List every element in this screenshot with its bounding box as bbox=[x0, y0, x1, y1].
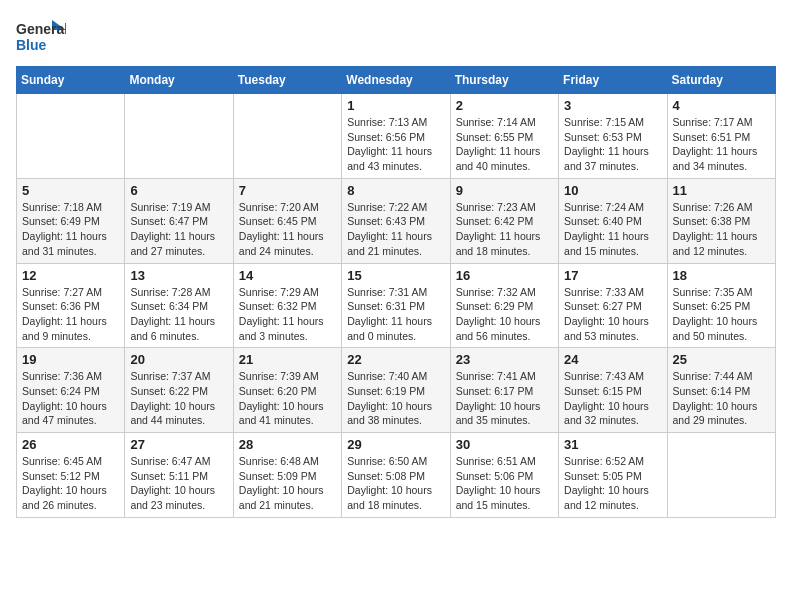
calendar-day-10: 10Sunrise: 7:24 AM Sunset: 6:40 PM Dayli… bbox=[559, 178, 667, 263]
calendar-day-4: 4Sunrise: 7:17 AM Sunset: 6:51 PM Daylig… bbox=[667, 94, 775, 179]
day-info: Sunrise: 7:14 AM Sunset: 6:55 PM Dayligh… bbox=[456, 115, 553, 174]
day-number: 11 bbox=[673, 183, 770, 198]
day-number: 26 bbox=[22, 437, 119, 452]
svg-text:General: General bbox=[16, 21, 66, 37]
day-number: 29 bbox=[347, 437, 444, 452]
day-info: Sunrise: 6:50 AM Sunset: 5:08 PM Dayligh… bbox=[347, 454, 444, 513]
weekday-header-monday: Monday bbox=[125, 67, 233, 94]
calendar-day-17: 17Sunrise: 7:33 AM Sunset: 6:27 PM Dayli… bbox=[559, 263, 667, 348]
day-info: Sunrise: 7:44 AM Sunset: 6:14 PM Dayligh… bbox=[673, 369, 770, 428]
page-header: GeneralBlue bbox=[16, 16, 776, 56]
calendar-day-26: 26Sunrise: 6:45 AM Sunset: 5:12 PM Dayli… bbox=[17, 433, 125, 518]
calendar-day-27: 27Sunrise: 6:47 AM Sunset: 5:11 PM Dayli… bbox=[125, 433, 233, 518]
calendar-table: SundayMondayTuesdayWednesdayThursdayFrid… bbox=[16, 66, 776, 518]
calendar-day-18: 18Sunrise: 7:35 AM Sunset: 6:25 PM Dayli… bbox=[667, 263, 775, 348]
calendar-day-22: 22Sunrise: 7:40 AM Sunset: 6:19 PM Dayli… bbox=[342, 348, 450, 433]
calendar-empty-cell bbox=[667, 433, 775, 518]
weekday-header-thursday: Thursday bbox=[450, 67, 558, 94]
day-number: 16 bbox=[456, 268, 553, 283]
calendar-week-row: 19Sunrise: 7:36 AM Sunset: 6:24 PM Dayli… bbox=[17, 348, 776, 433]
day-info: Sunrise: 7:37 AM Sunset: 6:22 PM Dayligh… bbox=[130, 369, 227, 428]
day-info: Sunrise: 6:47 AM Sunset: 5:11 PM Dayligh… bbox=[130, 454, 227, 513]
calendar-day-15: 15Sunrise: 7:31 AM Sunset: 6:31 PM Dayli… bbox=[342, 263, 450, 348]
calendar-day-23: 23Sunrise: 7:41 AM Sunset: 6:17 PM Dayli… bbox=[450, 348, 558, 433]
calendar-day-2: 2Sunrise: 7:14 AM Sunset: 6:55 PM Daylig… bbox=[450, 94, 558, 179]
day-info: Sunrise: 7:27 AM Sunset: 6:36 PM Dayligh… bbox=[22, 285, 119, 344]
day-number: 15 bbox=[347, 268, 444, 283]
day-info: Sunrise: 7:43 AM Sunset: 6:15 PM Dayligh… bbox=[564, 369, 661, 428]
day-number: 30 bbox=[456, 437, 553, 452]
calendar-day-6: 6Sunrise: 7:19 AM Sunset: 6:47 PM Daylig… bbox=[125, 178, 233, 263]
day-info: Sunrise: 7:35 AM Sunset: 6:25 PM Dayligh… bbox=[673, 285, 770, 344]
calendar-week-row: 1Sunrise: 7:13 AM Sunset: 6:56 PM Daylig… bbox=[17, 94, 776, 179]
weekday-header-tuesday: Tuesday bbox=[233, 67, 341, 94]
calendar-day-25: 25Sunrise: 7:44 AM Sunset: 6:14 PM Dayli… bbox=[667, 348, 775, 433]
day-info: Sunrise: 7:40 AM Sunset: 6:19 PM Dayligh… bbox=[347, 369, 444, 428]
day-number: 2 bbox=[456, 98, 553, 113]
calendar-day-5: 5Sunrise: 7:18 AM Sunset: 6:49 PM Daylig… bbox=[17, 178, 125, 263]
calendar-day-29: 29Sunrise: 6:50 AM Sunset: 5:08 PM Dayli… bbox=[342, 433, 450, 518]
day-number: 3 bbox=[564, 98, 661, 113]
calendar-day-8: 8Sunrise: 7:22 AM Sunset: 6:43 PM Daylig… bbox=[342, 178, 450, 263]
day-number: 31 bbox=[564, 437, 661, 452]
day-info: Sunrise: 7:41 AM Sunset: 6:17 PM Dayligh… bbox=[456, 369, 553, 428]
day-number: 14 bbox=[239, 268, 336, 283]
calendar-day-31: 31Sunrise: 6:52 AM Sunset: 5:05 PM Dayli… bbox=[559, 433, 667, 518]
day-number: 6 bbox=[130, 183, 227, 198]
day-info: Sunrise: 7:39 AM Sunset: 6:20 PM Dayligh… bbox=[239, 369, 336, 428]
calendar-empty-cell bbox=[233, 94, 341, 179]
calendar-day-9: 9Sunrise: 7:23 AM Sunset: 6:42 PM Daylig… bbox=[450, 178, 558, 263]
calendar-week-row: 5Sunrise: 7:18 AM Sunset: 6:49 PM Daylig… bbox=[17, 178, 776, 263]
calendar-day-3: 3Sunrise: 7:15 AM Sunset: 6:53 PM Daylig… bbox=[559, 94, 667, 179]
calendar-day-24: 24Sunrise: 7:43 AM Sunset: 6:15 PM Dayli… bbox=[559, 348, 667, 433]
day-number: 27 bbox=[130, 437, 227, 452]
calendar-day-11: 11Sunrise: 7:26 AM Sunset: 6:38 PM Dayli… bbox=[667, 178, 775, 263]
day-number: 18 bbox=[673, 268, 770, 283]
day-number: 21 bbox=[239, 352, 336, 367]
day-info: Sunrise: 6:48 AM Sunset: 5:09 PM Dayligh… bbox=[239, 454, 336, 513]
calendar-day-16: 16Sunrise: 7:32 AM Sunset: 6:29 PM Dayli… bbox=[450, 263, 558, 348]
day-info: Sunrise: 7:23 AM Sunset: 6:42 PM Dayligh… bbox=[456, 200, 553, 259]
day-info: Sunrise: 7:29 AM Sunset: 6:32 PM Dayligh… bbox=[239, 285, 336, 344]
day-number: 22 bbox=[347, 352, 444, 367]
calendar-day-7: 7Sunrise: 7:20 AM Sunset: 6:45 PM Daylig… bbox=[233, 178, 341, 263]
calendar-header-row: SundayMondayTuesdayWednesdayThursdayFrid… bbox=[17, 67, 776, 94]
day-number: 19 bbox=[22, 352, 119, 367]
day-number: 23 bbox=[456, 352, 553, 367]
logo-svg: GeneralBlue bbox=[16, 16, 66, 56]
day-info: Sunrise: 6:52 AM Sunset: 5:05 PM Dayligh… bbox=[564, 454, 661, 513]
weekday-header-wednesday: Wednesday bbox=[342, 67, 450, 94]
day-info: Sunrise: 7:33 AM Sunset: 6:27 PM Dayligh… bbox=[564, 285, 661, 344]
day-info: Sunrise: 7:17 AM Sunset: 6:51 PM Dayligh… bbox=[673, 115, 770, 174]
weekday-header-sunday: Sunday bbox=[17, 67, 125, 94]
calendar-day-12: 12Sunrise: 7:27 AM Sunset: 6:36 PM Dayli… bbox=[17, 263, 125, 348]
day-number: 5 bbox=[22, 183, 119, 198]
calendar-day-13: 13Sunrise: 7:28 AM Sunset: 6:34 PM Dayli… bbox=[125, 263, 233, 348]
calendar-day-30: 30Sunrise: 6:51 AM Sunset: 5:06 PM Dayli… bbox=[450, 433, 558, 518]
day-info: Sunrise: 7:36 AM Sunset: 6:24 PM Dayligh… bbox=[22, 369, 119, 428]
day-info: Sunrise: 7:20 AM Sunset: 6:45 PM Dayligh… bbox=[239, 200, 336, 259]
day-info: Sunrise: 7:26 AM Sunset: 6:38 PM Dayligh… bbox=[673, 200, 770, 259]
calendar-day-1: 1Sunrise: 7:13 AM Sunset: 6:56 PM Daylig… bbox=[342, 94, 450, 179]
weekday-header-saturday: Saturday bbox=[667, 67, 775, 94]
day-info: Sunrise: 6:51 AM Sunset: 5:06 PM Dayligh… bbox=[456, 454, 553, 513]
calendar-day-21: 21Sunrise: 7:39 AM Sunset: 6:20 PM Dayli… bbox=[233, 348, 341, 433]
day-number: 20 bbox=[130, 352, 227, 367]
day-info: Sunrise: 7:31 AM Sunset: 6:31 PM Dayligh… bbox=[347, 285, 444, 344]
day-info: Sunrise: 6:45 AM Sunset: 5:12 PM Dayligh… bbox=[22, 454, 119, 513]
day-info: Sunrise: 7:22 AM Sunset: 6:43 PM Dayligh… bbox=[347, 200, 444, 259]
calendar-week-row: 12Sunrise: 7:27 AM Sunset: 6:36 PM Dayli… bbox=[17, 263, 776, 348]
day-info: Sunrise: 7:32 AM Sunset: 6:29 PM Dayligh… bbox=[456, 285, 553, 344]
calendar-empty-cell bbox=[17, 94, 125, 179]
calendar-day-19: 19Sunrise: 7:36 AM Sunset: 6:24 PM Dayli… bbox=[17, 348, 125, 433]
day-number: 1 bbox=[347, 98, 444, 113]
calendar-week-row: 26Sunrise: 6:45 AM Sunset: 5:12 PM Dayli… bbox=[17, 433, 776, 518]
day-number: 8 bbox=[347, 183, 444, 198]
day-info: Sunrise: 7:15 AM Sunset: 6:53 PM Dayligh… bbox=[564, 115, 661, 174]
day-number: 12 bbox=[22, 268, 119, 283]
day-number: 24 bbox=[564, 352, 661, 367]
day-info: Sunrise: 7:19 AM Sunset: 6:47 PM Dayligh… bbox=[130, 200, 227, 259]
day-number: 13 bbox=[130, 268, 227, 283]
day-number: 28 bbox=[239, 437, 336, 452]
calendar-day-14: 14Sunrise: 7:29 AM Sunset: 6:32 PM Dayli… bbox=[233, 263, 341, 348]
